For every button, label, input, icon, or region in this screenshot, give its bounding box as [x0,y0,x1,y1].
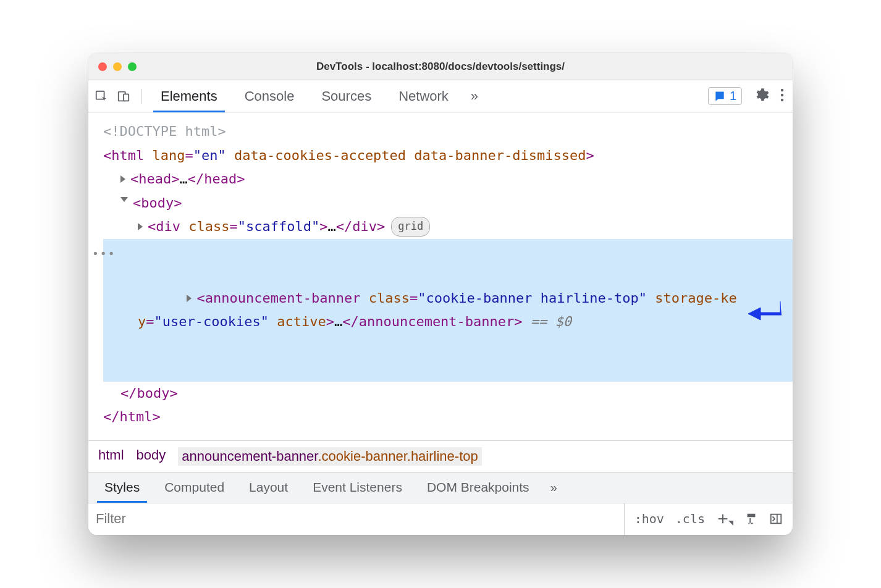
overflow-dots-icon[interactable]: ••• [92,244,116,264]
tab-network[interactable]: Network [385,80,462,112]
selection-arrow-icon [747,298,782,322]
svg-point-5 [781,99,783,101]
breadcrumb: html body announcement-banner.cookie-ban… [88,440,793,472]
inspect-tools [88,90,137,103]
more-options-button[interactable] [780,88,784,105]
expand-triangle-icon[interactable] [120,175,125,183]
breadcrumb-item-selected[interactable]: announcement-banner.cookie-banner.hairli… [178,447,481,466]
css-overview-button[interactable] [744,512,758,526]
svg-rect-2 [124,94,129,101]
subtab-event-listeners[interactable]: Event Listeners [300,472,415,503]
issue-count: 1 [730,89,736,103]
body-open-line[interactable]: <body> [103,191,793,216]
subtab-layout[interactable]: Layout [237,472,300,503]
maximize-window-button[interactable] [128,62,137,71]
grid-badge[interactable]: grid [391,217,430,237]
body-close-line[interactable]: </body> [103,382,793,406]
collapse-triangle-icon[interactable] [120,197,128,206]
breadcrumb-item-body[interactable]: body [137,447,166,466]
html-close-line[interactable]: </html> [103,405,793,429]
styles-filter-bar: :hov .cls [88,503,793,535]
subtab-computed[interactable]: Computed [152,472,237,503]
toolbar-divider [141,89,142,104]
tab-console[interactable]: Console [231,80,308,112]
titlebar: DevTools - localhost:8080/docs/devtools/… [88,53,793,80]
close-window-button[interactable] [98,62,107,71]
svg-point-4 [781,94,783,96]
cls-toggle[interactable]: .cls [675,511,705,526]
dom-tree[interactable]: <!DOCTYPE html> <html lang="en" data-coo… [88,112,793,440]
add-rule-button[interactable] [716,512,733,526]
styles-filter-input[interactable] [88,503,625,535]
settings-button[interactable] [753,87,769,106]
doctype-line[interactable]: <!DOCTYPE html> [103,120,793,144]
subtab-more[interactable]: » [542,481,566,495]
div-scaffold-line[interactable]: <div class="scaffold">…</div>grid [103,215,793,239]
selected-node-line[interactable]: ••• <announcement-banner class="cookie-b… [103,239,793,382]
hov-toggle[interactable]: :hov [634,511,664,526]
main-toolbar: Elements Console Sources Network » 1 [88,80,793,112]
more-tabs-button[interactable]: » [462,80,487,112]
panel-tabs: Elements Console Sources Network » [147,80,487,112]
styles-subpanel-tabs: Styles Computed Layout Event Listeners D… [88,472,793,503]
device-toggle-icon[interactable] [117,90,130,103]
tab-sources[interactable]: Sources [308,80,385,112]
inspect-element-icon[interactable] [95,90,108,103]
devtools-window: DevTools - localhost:8080/docs/devtools/… [88,53,793,535]
head-line[interactable]: <head>…</head> [103,167,793,191]
expand-triangle-icon[interactable] [138,223,143,230]
subtab-dom-breakpoints[interactable]: DOM Breakpoints [415,472,542,503]
window-title: DevTools - localhost:8080/docs/devtools/… [88,61,793,73]
toggle-panel-button[interactable] [769,512,783,526]
issues-button[interactable]: 1 [708,87,742,105]
filter-tools: :hov .cls [625,511,793,526]
html-open-line[interactable]: <html lang="en" data-cookies-accepted da… [103,144,793,168]
svg-point-3 [781,89,783,91]
subtab-styles[interactable]: Styles [92,472,152,503]
expand-triangle-icon[interactable] [187,295,192,302]
tab-elements[interactable]: Elements [147,80,231,112]
traffic-lights [98,62,137,71]
svg-rect-6 [771,514,782,524]
minimize-window-button[interactable] [113,62,122,71]
breadcrumb-item-html[interactable]: html [98,447,124,466]
toolbar-right: 1 [708,87,793,106]
